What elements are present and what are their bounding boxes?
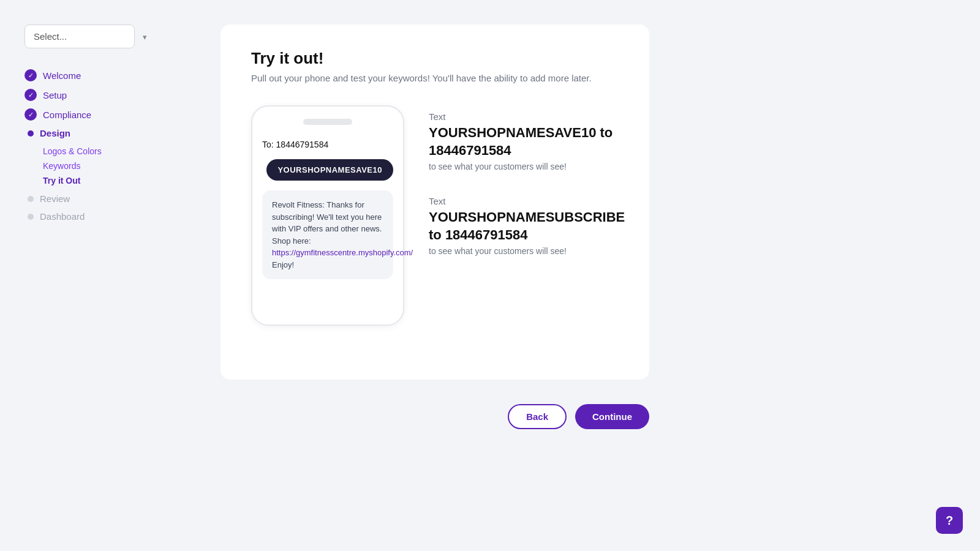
instruction2-keyword: YOURSHOPNAMESUBSCRIBE to 18446791584	[429, 209, 625, 244]
sidebar-label-review: Review	[40, 193, 70, 204]
sidebar-item-dashboard[interactable]: Dashboard	[24, 208, 178, 225]
phone-to-label: To:	[262, 140, 274, 149]
dot-active-design	[28, 130, 34, 137]
sidebar-label-dashboard: Dashboard	[40, 211, 85, 222]
response-suffix: Enjoy!	[272, 260, 294, 269]
dot-inactive-dashboard	[28, 214, 34, 220]
instruction-block-2: Text YOURSHOPNAMESUBSCRIBE to 1844679158…	[429, 196, 625, 256]
phone-to-number: 18446791584	[276, 140, 329, 149]
page-subtitle: Pull out your phone and test your keywor…	[251, 73, 619, 83]
sidebar-item-review[interactable]: Review	[24, 190, 178, 208]
design-subnav: Logos & Colors Keywords Try it Out	[43, 144, 178, 187]
instruction-block-1: Text YOURSHOPNAMESAVE10 to 18446791584 t…	[429, 111, 625, 171]
check-icon-setup: ✓	[24, 89, 37, 101]
page-title: Try it out!	[251, 49, 619, 68]
help-button[interactable]: ?	[936, 507, 963, 534]
sidebar-item-compliance[interactable]: ✓ Compliance	[24, 105, 178, 124]
content-card: Try it out! Pull out your phone and test…	[221, 24, 649, 380]
sidebar-item-try-it-out[interactable]: Try it Out	[43, 174, 178, 187]
main-content: Try it out! Pull out your phone and test…	[196, 0, 980, 551]
back-button[interactable]: Back	[508, 404, 567, 429]
store-select[interactable]: Select...	[24, 24, 135, 48]
instructions-panel: Text YOURSHOPNAMESAVE10 to 18446791584 t…	[429, 105, 625, 256]
sidebar-label-compliance: Compliance	[43, 110, 91, 120]
keyword-bubble: YOURSHOPNAMESAVE10	[266, 159, 393, 181]
check-icon-compliance: ✓	[24, 108, 37, 121]
response-text: Revolt Fitness: Thanks for subscribing! …	[272, 200, 382, 246]
button-row: Back Continue	[221, 404, 649, 429]
sidebar-label-design: Design	[40, 128, 70, 138]
sidebar-item-design[interactable]: Design	[24, 124, 178, 142]
phone-notch	[303, 119, 352, 125]
sidebar-item-logos-colors[interactable]: Logos & Colors	[43, 144, 178, 158]
phone-area: To: 18446791584 YOURSHOPNAMESAVE10 Revol…	[251, 105, 619, 326]
phone-mockup: To: 18446791584 YOURSHOPNAMESAVE10 Revol…	[251, 105, 404, 326]
instruction1-keyword: YOURSHOPNAMESAVE10 to 18446791584	[429, 124, 625, 159]
sidebar-label-welcome: Welcome	[43, 70, 81, 81]
sidebar-item-keywords[interactable]: Keywords	[43, 159, 178, 173]
phone-to-line: To: 18446791584	[262, 140, 393, 149]
instruction2-sub: to see what your customers will see!	[429, 246, 625, 256]
dot-inactive-review	[28, 196, 34, 202]
sidebar: Select... ▾ ✓ Welcome ✓ Setup ✓ Complian…	[0, 0, 196, 551]
sidebar-item-setup[interactable]: ✓ Setup	[24, 85, 178, 105]
response-link[interactable]: https://gymfitnesscentre.myshopify.com/	[272, 248, 413, 257]
sidebar-item-welcome[interactable]: ✓ Welcome	[24, 66, 178, 85]
instruction1-sub: to see what your customers will see!	[429, 162, 625, 171]
sidebar-label-setup: Setup	[43, 90, 67, 100]
continue-button[interactable]: Continue	[575, 404, 649, 429]
instruction1-label: Text	[429, 111, 625, 122]
check-icon-welcome: ✓	[24, 69, 37, 81]
instruction2-label: Text	[429, 196, 625, 206]
help-icon: ?	[946, 514, 953, 528]
chevron-down-icon: ▾	[143, 32, 147, 41]
select-wrapper: Select... ▾	[24, 24, 178, 48]
response-bubble: Revolt Fitness: Thanks for subscribing! …	[262, 190, 393, 279]
